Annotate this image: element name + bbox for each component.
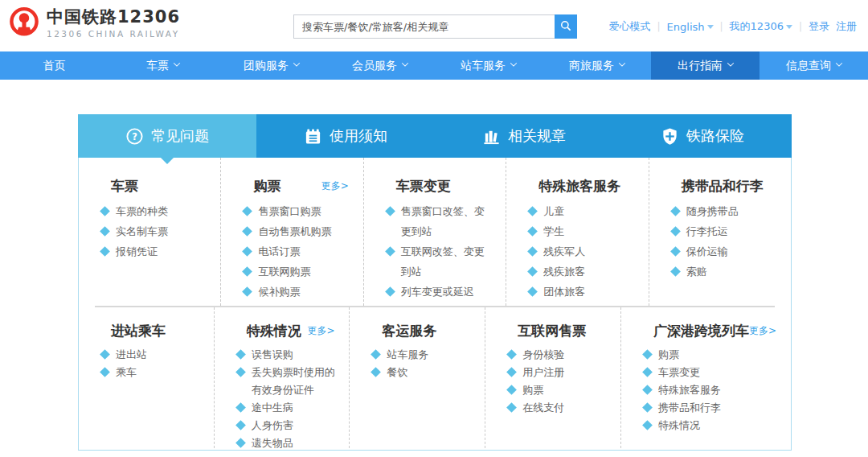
tab-label: 使用须知 [330, 126, 387, 146]
diamond-bullet-icon [235, 438, 246, 448]
section-row: 车票车票的种类实名制车票报销凭证购票更多>售票窗口购票自动售票机购票电话订票互联… [79, 158, 791, 306]
care-mode-link[interactable]: 爱心模式 [609, 19, 651, 34]
tab[interactable]: 铁路保险 [613, 114, 792, 158]
list-item[interactable]: 互联网改签、变更到站 [387, 241, 494, 282]
list-item[interactable]: 购票 [508, 381, 609, 399]
section-title: 购票 [253, 177, 280, 196]
list-item[interactable]: 在线支付 [508, 399, 609, 417]
list-item[interactable]: 团体旅客 [529, 282, 637, 302]
diamond-bullet-icon [527, 266, 538, 277]
list-item[interactable]: 车票变更 [644, 364, 780, 381]
section-header: 特殊情况更多> [215, 322, 345, 340]
list-item[interactable]: 人身伤害 [237, 417, 338, 434]
list-item-label: 误售误购 [252, 346, 338, 364]
list-item[interactable]: 儿童 [529, 201, 637, 221]
list-item[interactable]: 乘车 [101, 364, 203, 381]
list-item[interactable]: 误售误购 [237, 346, 338, 364]
list-item[interactable]: 残疾旅客 [529, 261, 637, 282]
section-title: 客运服务 [382, 322, 436, 340]
list-item[interactable]: 售票窗口退票 [387, 302, 494, 306]
list-item[interactable]: 索赔 [672, 261, 780, 282]
section-list: 售票窗口购票自动售票机购票电话订票互联网购票候补购票 [221, 201, 358, 302]
tab[interactable]: 相关规章 [435, 114, 613, 158]
search-input[interactable] [293, 14, 555, 39]
list-item[interactable]: 车票的种类 [101, 201, 209, 221]
diamond-bullet-icon [506, 385, 517, 395]
list-item[interactable]: 途中生病 [237, 399, 338, 417]
section-column: 车票车票的种类实名制车票报销凭证 [79, 158, 220, 306]
list-item[interactable]: 电话订票 [244, 241, 351, 261]
section-header: 互联网售票 [485, 322, 616, 340]
section-title: 进站乘车 [111, 322, 166, 340]
register-link[interactable]: 注册 [836, 19, 857, 34]
my12306-label: 我的12306 [730, 19, 784, 34]
nav-item[interactable]: 出行指南 [651, 51, 760, 80]
list-item[interactable]: 自动售票机购票 [244, 221, 351, 241]
more-link[interactable]: 更多> [749, 324, 776, 338]
list-item-label: 丢失购票时使用的有效身份证件 [252, 364, 338, 399]
list-item[interactable]: 站车服务 [372, 346, 473, 364]
nav-item-label: 出行指南 [678, 59, 723, 73]
diamond-bullet-icon [670, 246, 681, 257]
search-button[interactable] [555, 14, 577, 39]
list-item[interactable]: 售票窗口购票 [244, 201, 351, 221]
shield-plus-icon [661, 127, 679, 146]
nav-item[interactable]: 团购服务 [217, 51, 326, 80]
list-item[interactable]: 进出站 [101, 346, 203, 364]
my12306-dropdown[interactable]: 我的12306 [730, 19, 792, 34]
language-dropdown[interactable]: English [667, 21, 714, 33]
list-item-label: 途中生病 [252, 399, 338, 417]
list-item[interactable]: 候补购票 [244, 282, 351, 302]
list-item[interactable]: 餐饮 [372, 364, 473, 381]
nav-item[interactable]: 首页 [0, 51, 108, 80]
nav-item[interactable]: 商旅服务 [542, 51, 651, 80]
list-item[interactable]: 携带品和行李 [644, 399, 780, 417]
list-item[interactable]: 特殊旅客服务 [644, 381, 780, 399]
logo[interactable]: 中国铁路12306 12306 CHINA RAILWAY [8, 6, 180, 39]
list-item[interactable]: 丢失购票时使用的有效身份证件 [237, 364, 338, 399]
list-item-label: 特殊情况 [658, 417, 780, 434]
nav-item[interactable]: 站车服务 [434, 51, 542, 80]
nav-item[interactable]: 会员服务 [326, 51, 434, 80]
list-item[interactable]: 身份核验 [508, 346, 609, 364]
logo-text: 中国铁路12306 12306 CHINA RAILWAY [47, 6, 180, 39]
list-item[interactable]: 售票窗口改签、变更到站 [387, 201, 494, 241]
more-link[interactable]: 更多> [307, 324, 334, 338]
list-item-label: 报销凭证 [116, 241, 209, 261]
list-item[interactable]: 遗失物品 [237, 434, 338, 448]
chevron-down-icon [619, 60, 625, 66]
list-item[interactable]: 特殊情况 [644, 417, 780, 434]
chevron-down-icon [510, 60, 517, 66]
list-item[interactable]: 行李托运 [672, 221, 780, 241]
nav-item[interactable]: 信息查询 [760, 51, 868, 80]
list-item[interactable]: 保价运输 [672, 241, 780, 261]
list-item-label: 餐饮 [387, 364, 473, 381]
list-item[interactable]: 实名制车票 [101, 221, 209, 241]
list-item[interactable]: 互联网购票 [244, 261, 351, 282]
section-title: 广深港跨境列车 [653, 322, 749, 340]
section-column: 互联网售票身份核验用户注册购票在线支付 [485, 307, 620, 448]
list-item[interactable]: 残疾军人 [529, 241, 637, 261]
tab[interactable]: 使用须知 [256, 114, 435, 158]
list-item-label: 行李托运 [686, 221, 780, 241]
list-item[interactable]: 学生 [529, 221, 637, 241]
login-link[interactable]: 登录 [809, 19, 829, 34]
nav-item-label: 信息查询 [786, 59, 831, 73]
list-item-label: 特殊旅客服务 [658, 381, 780, 399]
main-nav: 首页车票团购服务会员服务站车服务商旅服务出行指南信息查询 [0, 51, 868, 80]
tab[interactable]: ?常见问题 [78, 114, 256, 158]
list-item[interactable]: 随身携带品 [672, 201, 780, 221]
list-item[interactable]: 用户注册 [508, 364, 609, 381]
list-item-label: 自动售票机购票 [258, 221, 351, 241]
section-column: 车票变更售票窗口改签、变更到站互联网改签、变更到站列车变更或延迟售票窗口退票互联… [363, 158, 506, 306]
list-item-label: 残疾军人 [543, 241, 637, 261]
list-item-label: 随身携带品 [686, 201, 780, 221]
diamond-bullet-icon [670, 266, 681, 277]
nav-item[interactable]: 车票 [108, 51, 217, 80]
list-item[interactable]: 列车变更或延迟 [387, 282, 494, 302]
list-item[interactable]: 购票 [644, 346, 780, 364]
section-list: 售票窗口改签、变更到站互联网改签、变更到站列车变更或延迟售票窗口退票互联网退票 [364, 201, 501, 306]
more-link[interactable]: 更多> [321, 179, 349, 193]
diamond-bullet-icon [100, 206, 110, 216]
list-item[interactable]: 报销凭证 [101, 241, 209, 261]
